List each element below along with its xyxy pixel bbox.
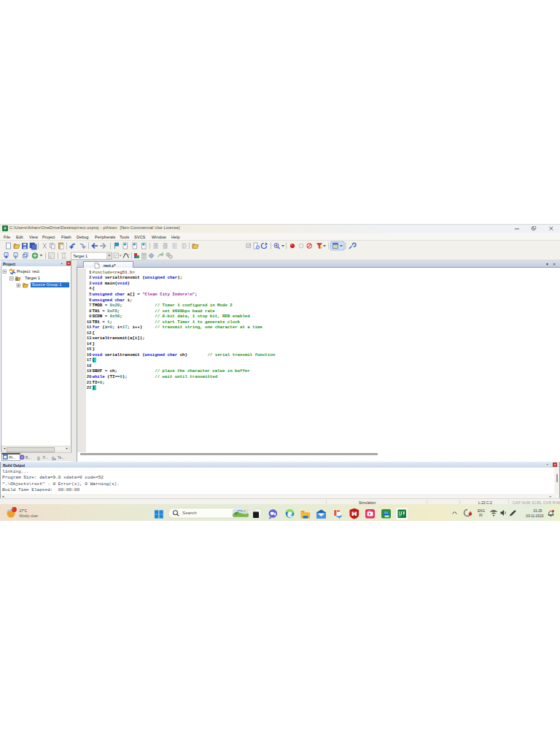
svg-text:Target 1: Target 1 xyxy=(73,254,88,258)
svg-text:03-11-2023: 03-11-2023 xyxy=(526,514,544,518)
svg-text:ENG: ENG xyxy=(478,509,485,513)
svg-text:{}: {} xyxy=(37,456,40,460)
svg-text:L: L xyxy=(50,254,52,258)
svg-text:Mostly clear: Mostly clear xyxy=(20,514,39,518)
svg-text:01:25: 01:25 xyxy=(533,509,542,513)
svg-text:Te...: Te... xyxy=(58,455,64,460)
svg-text:27°C: 27°C xyxy=(20,509,28,513)
svg-text:{}: {} xyxy=(52,456,55,460)
svg-text:IN: IN xyxy=(479,514,483,517)
svg-text:Pr...: Pr... xyxy=(9,455,16,460)
svg-text:B...: B... xyxy=(26,455,31,460)
svg-text:F...: F... xyxy=(43,455,48,460)
svg-text:!: ! xyxy=(12,508,13,511)
svg-text:Search: Search xyxy=(182,510,197,515)
